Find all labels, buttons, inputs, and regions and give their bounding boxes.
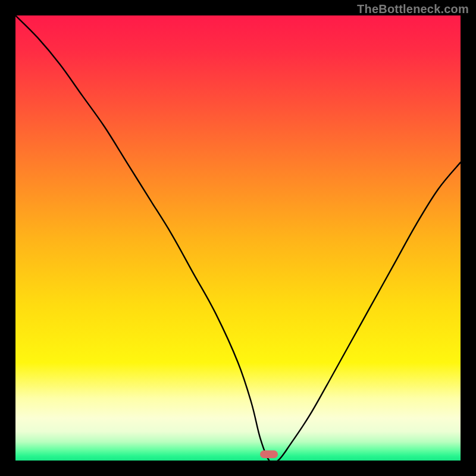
watermark-text: TheBottleneck.com: [357, 2, 469, 16]
bottleneck-chart-svg: [15, 15, 461, 461]
gradient-background: [15, 15, 461, 461]
minimum-marker: [260, 450, 278, 458]
plot-area: [15, 15, 461, 461]
chart-frame: TheBottleneck.com: [0, 0, 476, 476]
